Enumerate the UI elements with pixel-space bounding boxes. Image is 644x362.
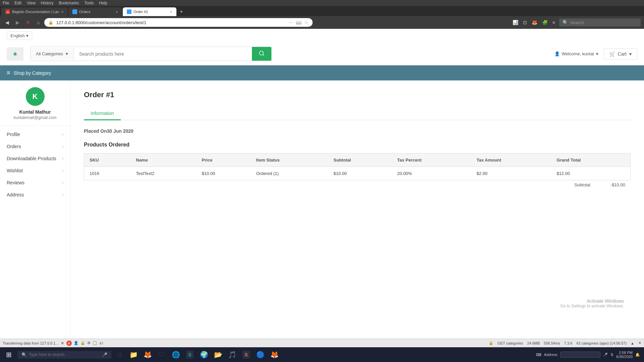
sidebar-label-wishlist: Wishlist [7, 168, 23, 173]
sidebar-item-wishlist[interactable]: Wishlist › [0, 165, 70, 177]
win-date: 6/30/2020 [616, 355, 633, 359]
dev-icon-2[interactable]: 👤 [74, 341, 78, 345]
dev-expand-icon[interactable]: ▲ [631, 341, 634, 345]
tab-label-3: Order #1 [133, 10, 148, 14]
sidebar-item-reviews[interactable]: Reviews › [0, 177, 70, 189]
address-chevron-icon: › [62, 192, 63, 197]
tab-close-3[interactable]: ✕ [170, 10, 172, 14]
welcome-user[interactable]: 👤 Welcome, kuntal ▾ [554, 51, 598, 56]
home-button[interactable]: ⌂ [35, 18, 42, 26]
browser-tab-3[interactable]: 🌐 Order #1 ✕ [123, 7, 176, 16]
shop-by-category[interactable]: ≡ Shop by Category [7, 69, 51, 76]
reader-mode-button[interactable]: 📊 [511, 18, 520, 26]
menu-history[interactable]: History [41, 1, 53, 5]
extensions-button[interactable]: 🧩 [541, 18, 549, 26]
header-right: 👤 Welcome, kuntal ▾ 🛒 Cart ▾ [554, 48, 637, 60]
reviews-chevron-icon: › [62, 180, 63, 185]
bookmark-icon[interactable]: ☆ [304, 20, 309, 25]
summary-value: -$10.00 [610, 182, 625, 187]
search-button[interactable] [252, 47, 271, 61]
win-time: 2:58 PM [616, 351, 633, 355]
shop-by-category-label: Shop by Category [14, 70, 51, 76]
products-table: SKU Name Price Item Status Subtotal Tax … [84, 153, 631, 180]
search-input[interactable] [74, 48, 252, 60]
welcome-text: Welcome, kuntal [562, 51, 594, 56]
win-app-s1[interactable]: S [183, 348, 197, 361]
browser-menu-bar: File Edit View History Bookmarks Tools H… [0, 0, 644, 6]
browser-search-box[interactable]: 🔍 [559, 18, 641, 26]
dev-close-icon[interactable]: ✕ [638, 341, 641, 345]
new-tab-button[interactable]: + [177, 7, 185, 16]
menu-button[interactable]: ≡ [551, 18, 556, 26]
win-app-s2[interactable]: S [239, 348, 253, 361]
tab-information[interactable]: Information [84, 107, 121, 120]
win-app-ie[interactable]: 🌐 [169, 348, 182, 361]
address-security-icon: 🔒 [48, 20, 53, 25]
main-content: K Kuntal Mathur kuntalemail@gmail.com Pr… [0, 80, 644, 349]
win-search-input[interactable] [29, 352, 100, 357]
antivirus-icon: 🛡 [158, 351, 165, 359]
win-mic-icon: 🎤 [102, 352, 107, 357]
win-app-music[interactable]: 🎵 [225, 348, 239, 361]
cell-tax_percent: 20.00% [392, 167, 471, 180]
col-name: Name [130, 154, 196, 167]
stop-button[interactable]: ✕ [24, 18, 32, 26]
menu-help[interactable]: Help [99, 1, 107, 5]
sidebar-item-orders[interactable]: Orders › [0, 140, 70, 153]
dev-icon-3[interactable]: 🔒 [80, 341, 85, 345]
menu-edit[interactable]: Edit [14, 1, 21, 5]
language-selector[interactable]: English ▾ [7, 32, 32, 40]
browser-search-input[interactable] [570, 20, 637, 25]
dev-icon-5[interactable]: 📋 [93, 341, 97, 345]
user-info: K Kuntal Mathur kuntalemail@gmail.com [0, 87, 70, 126]
category-select[interactable]: All Categories ▾ [31, 48, 74, 60]
menu-file[interactable]: File [3, 1, 9, 5]
win-app-antivirus[interactable]: 🛡 [155, 348, 168, 361]
lang-dropdown-icon: ▾ [26, 33, 29, 38]
back-button[interactable]: ◀ [3, 18, 11, 26]
header-main: ★ All Categories ▾ 👤 Welcome, kuntal [0, 43, 644, 65]
menu-view[interactable]: View [27, 1, 36, 5]
sidebar-item-address[interactable]: Address › [0, 189, 70, 201]
win-app-browser2[interactable]: 🌍 [197, 348, 211, 361]
tab-close-2[interactable]: ✕ [115, 10, 118, 14]
start-button[interactable]: ⊞ [1, 347, 16, 362]
win-search-box[interactable]: 🔍 🎤 [17, 351, 111, 359]
win-app-fox2[interactable]: 🦊 [268, 348, 281, 361]
win-app-firefox[interactable]: 🦊 [141, 348, 154, 361]
win-clock[interactable]: 2:58 PM 6/30/2020 [616, 351, 633, 359]
synced-tabs-button[interactable]: ⊡ [522, 18, 528, 26]
firefox-account-button[interactable]: 🦊 [530, 18, 539, 26]
browser-tab-1[interactable]: 🦊 Bagisto Documentation | Lara... ✕ [1, 7, 68, 16]
site-logo: ★ [7, 47, 23, 61]
notification-icon[interactable]: 🔔 [635, 353, 640, 357]
address-bar[interactable]: 🔒 127.0.0.1:8000/customer/account/orders… [44, 18, 313, 27]
dev-icon-4[interactable]: ⚙ [87, 341, 91, 345]
win-app-chrome[interactable]: 🔵 [254, 348, 267, 361]
menu-bookmarks[interactable]: Bookmarks [59, 1, 79, 5]
menu-tools[interactable]: Tools [84, 1, 94, 5]
dev-categories-info: #2 categories (ajax) (14:56:57) [576, 341, 627, 345]
win-app-task-view[interactable]: ⧉ [113, 348, 126, 361]
tab-close-1[interactable]: ✕ [61, 10, 64, 14]
sidebar-item-profile[interactable]: Profile › [0, 128, 70, 140]
win-app-files[interactable]: 📂 [211, 348, 225, 361]
col-item-status: Item Status [251, 154, 328, 167]
user-dropdown-icon: ▾ [596, 51, 598, 56]
dev-size: 24.6MB [527, 341, 540, 345]
dev-icon-6[interactable]: 🏷 [99, 341, 103, 345]
sidebar-item-downloadable[interactable]: Downloadable Products › [0, 153, 70, 165]
tray-address-input[interactable] [560, 352, 600, 358]
tab-icon-2: 🌐 [72, 9, 77, 14]
win-app-explorer[interactable]: 📁 [127, 348, 140, 361]
browser-tab-2[interactable]: 🌐 Orders ✕ [68, 7, 122, 16]
dev-ajax-text: GET categories [497, 341, 523, 345]
forward-button[interactable]: ▶ [14, 18, 21, 26]
dev-icon-1[interactable]: ⛛ [61, 341, 64, 345]
cart-dropdown-icon: ▾ [629, 51, 632, 57]
col-tax-percent: Tax Percent [392, 154, 471, 167]
dev-status-right: 🔒 GET categories 24.6MB 556.54ms 7.3.6 #… [489, 341, 641, 345]
header-top: English ▾ [0, 29, 644, 43]
cart-button[interactable]: 🛒 Cart ▾ [604, 48, 637, 60]
sidebar-label-reviews: Reviews [7, 180, 24, 185]
